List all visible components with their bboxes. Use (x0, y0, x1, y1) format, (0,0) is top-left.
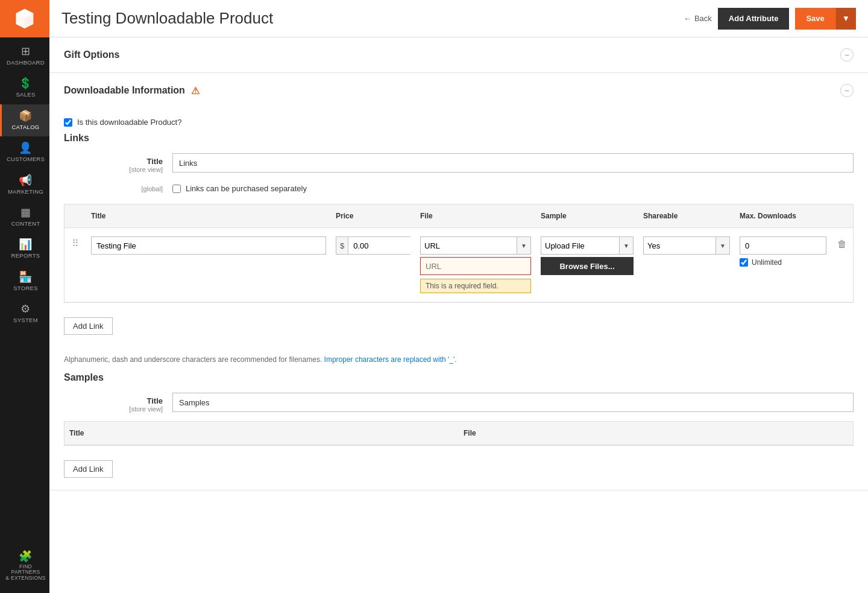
back-button[interactable]: ← Back (684, 14, 712, 23)
samples-title-sublabel: [store view] (129, 405, 163, 413)
samples-title: Samples (64, 372, 854, 383)
row-max-downloads-cell: Unlimited (735, 234, 831, 269)
unlimited-row: Unlimited (740, 258, 826, 267)
col-max-downloads-header: Max. Downloads (735, 209, 831, 223)
gift-options-section: Gift Options – (49, 37, 868, 73)
links-section: Links Title [store view] [global] (49, 133, 868, 347)
gift-options-header[interactable]: Gift Options – (49, 37, 868, 72)
row-delete-cell: 🗑 (831, 234, 853, 255)
chevron-down-icon: ▼ (842, 14, 850, 23)
sidebar-item-customers[interactable]: 👤 CUSTOMERS (0, 136, 49, 168)
shareable-arrow: ▼ (715, 237, 729, 254)
file-type-select-arrow: ▼ (517, 237, 530, 254)
col-shareable-header: Shareable (638, 209, 735, 223)
sales-icon: 💲 (19, 78, 32, 89)
page-title: Testing Downloadable Product (61, 9, 273, 28)
save-dropdown-button[interactable]: ▼ (835, 8, 856, 30)
unlimited-label[interactable]: Unlimited (752, 258, 782, 267)
samples-title-label: Title (147, 396, 163, 405)
find-partners-icon: 🧩 (19, 551, 32, 562)
sidebar: ⊞ DASHBOARD 💲 SALES 📦 CATALOG 👤 CUSTOMER… (0, 0, 49, 593)
links-title-field-row: Title [store view] (64, 153, 854, 173)
samples-table: Title File (64, 421, 854, 446)
max-downloads-input[interactable] (740, 236, 826, 255)
downloadable-info-header[interactable]: Downloadable Information ⚠ – (49, 73, 868, 108)
links-purchased-checkbox-row: Links can be purchased separately (172, 182, 854, 195)
samples-title-label-group: Title [store view] (64, 393, 172, 413)
sidebar-item-find-partners[interactable]: 🧩 FIND PARTNERS& EXTENSIONS (0, 545, 49, 587)
dashboard-icon: ⊞ (21, 46, 30, 57)
col-sample-header: Sample (536, 209, 638, 223)
sidebar-item-stores[interactable]: 🏪 STORES (0, 265, 49, 297)
samples-add-link-button[interactable]: Add Link (64, 460, 113, 478)
page-header: Testing Downloadable Product ← Back Add … (49, 0, 868, 37)
sidebar-item-dashboard[interactable]: ⊞ DASHBOARD (0, 40, 49, 72)
col-drag (64, 209, 86, 223)
back-arrow-icon: ← (684, 14, 691, 23)
table-row: ⠿ $ (64, 228, 853, 302)
catalog-icon: 📦 (19, 110, 32, 121)
gift-options-collapse-icon[interactable]: – (840, 48, 854, 62)
header-actions: ← Back Add Attribute Save ▼ (684, 8, 856, 30)
shareable-select[interactable]: Yes No Use Config (644, 237, 715, 254)
row-title-cell (86, 234, 331, 257)
sidebar-item-reports[interactable]: 📊 REPORTS (0, 233, 49, 265)
links-purchased-label[interactable]: Links can be purchased separately (186, 184, 307, 193)
unlimited-checkbox[interactable] (740, 258, 748, 267)
sample-type-select-wrap: Upload File URL ▼ (541, 236, 634, 255)
sidebar-item-system[interactable]: ⚙ SYSTEM (0, 297, 49, 329)
samples-title-field-wrap (172, 393, 854, 412)
col-delete (831, 209, 853, 223)
col-title-header: Title (86, 209, 331, 223)
file-type-select[interactable]: URL Upload File (421, 237, 517, 254)
system-icon: ⚙ (20, 303, 30, 314)
sidebar-item-content[interactable]: ▦ CONTENT (0, 201, 49, 233)
drag-handle[interactable]: ⠿ (64, 234, 86, 249)
links-purchased-sublabel: [global] (142, 185, 163, 192)
col-file-header: File (415, 209, 536, 223)
gift-options-title: Gift Options (64, 49, 119, 60)
save-button-group: Save ▼ (795, 8, 856, 30)
reports-icon: 📊 (19, 239, 32, 250)
downloadable-info-section: Downloadable Information ⚠ – Is this dow… (49, 73, 868, 490)
footer-note-link[interactable]: Improper characters are replaced with '_… (324, 355, 457, 364)
downloadable-info-title-wrap: Downloadable Information ⚠ (64, 85, 200, 97)
price-input-wrap: $ (336, 236, 410, 255)
customers-icon: 👤 (19, 142, 32, 153)
delete-row-button[interactable]: 🗑 (836, 236, 848, 252)
url-error-message: This is a required field. (420, 279, 531, 293)
footer-note: Alphanumeric, dash and underscore charac… (49, 347, 868, 372)
sidebar-item-marketing[interactable]: 📢 MARKETING (0, 169, 49, 201)
samples-title-input[interactable] (172, 393, 854, 412)
links-purchased-label-group: [global] (64, 182, 172, 192)
row-title-input[interactable] (91, 236, 326, 255)
is-downloadable-label[interactable]: Is this downloadable Product? (77, 118, 181, 127)
links-purchased-checkbox[interactable] (172, 185, 181, 193)
links-title-label-group: Title [store view] (64, 153, 172, 173)
add-attribute-button[interactable]: Add Attribute (718, 8, 790, 30)
row-sample-cell: Upload File URL ▼ Browse Files... (536, 234, 638, 277)
file-type-select-wrap: URL Upload File ▼ (420, 236, 531, 255)
sidebar-item-sales[interactable]: 💲 SALES (0, 72, 49, 104)
stores-icon: 🏪 (19, 271, 32, 282)
add-link-button[interactable]: Add Link (64, 317, 113, 335)
browse-files-button[interactable]: Browse Files... (541, 257, 634, 275)
is-downloadable-checkbox[interactable] (64, 118, 72, 127)
main-content: Testing Downloadable Product ← Back Add … (49, 0, 868, 593)
links-title: Links (64, 133, 854, 144)
downloadable-info-collapse-icon[interactable]: – (840, 84, 854, 97)
row-file-cell: URL Upload File ▼ This is a required fie… (415, 234, 536, 296)
row-shareable-cell: Yes No Use Config ▼ (638, 234, 735, 257)
samples-table-header: Title File (64, 422, 853, 445)
sidebar-logo[interactable] (0, 0, 49, 37)
sample-type-arrow: ▼ (619, 237, 633, 254)
downloadable-checkbox-row: Is this downloadable Product? (49, 108, 868, 133)
samples-title-field-row: Title [store view] (64, 393, 854, 413)
sidebar-item-catalog[interactable]: 📦 CATALOG (0, 104, 49, 136)
samples-col-file: File (459, 427, 853, 440)
content-icon: ▦ (20, 207, 31, 218)
save-button[interactable]: Save (795, 8, 835, 30)
links-title-input[interactable] (172, 153, 854, 173)
url-input[interactable] (420, 257, 531, 275)
sample-type-select[interactable]: Upload File URL (541, 237, 619, 254)
